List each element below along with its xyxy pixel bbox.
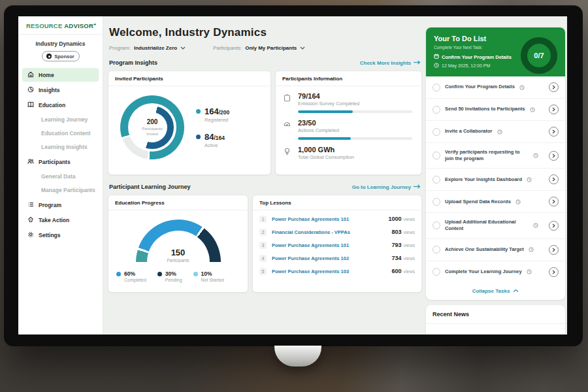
sidebar-item-manage-participants[interactable]: Manage Participants [22,184,99,197]
invited-donut-chart: 200 Participants Invited [120,95,184,159]
task-checkbox[interactable] [433,198,440,206]
chevron-right-button[interactable] [549,127,559,137]
sidebar-item-learning-journey[interactable]: Learning Journey [22,113,99,126]
clock-icon [515,199,521,204]
collapse-tasks-link[interactable]: Collapse Tasks [426,283,565,300]
dashboard-screen: RESOURCE ADVISOR+ Industry Dynamics Spon… [18,16,567,335]
task-checkbox[interactable] [433,106,440,114]
legend-item-pending: 30% Pending [157,270,182,282]
task-item[interactable]: Invite a Collaborator [426,121,565,143]
page-title: Welcome, Industry Dynamics [109,26,422,39]
sidebar-item-insights[interactable]: Insights [22,83,99,97]
task-checkbox[interactable] [433,268,440,276]
chevron-right-button[interactable] [549,151,559,161]
donut-center-value: 200 [147,118,158,125]
task-checkbox[interactable] [433,84,440,91]
task-checkbox[interactable] [433,246,440,253]
clock-icon [519,85,525,90]
right-column: Your To Do List Complete Your Next Task:… [426,27,565,335]
sidebar-item-participants[interactable]: Participants [22,155,99,169]
chevron-right-button[interactable] [549,82,559,92]
task-item[interactable]: Confirm Your Program Details [426,76,565,99]
main-content: Welcome, Industry Dynamics Program: Indu… [103,16,425,335]
stat-global-consumption: 1,000 GWh Total Global Consumption [276,146,421,160]
filters-row: Program: Industrialize Zero Participants… [109,45,422,51]
top-lessons-card: Top Lessons 1 Power Purchase Agreements … [252,195,422,293]
clock-icon [527,177,532,182]
people-icon [27,158,34,166]
not-started-dot-icon [193,272,198,276]
gauge-legend: 60% Completed 30% Pending 10% Not Starte… [108,270,248,282]
check-more-insights-link[interactable]: Check More Insights [360,60,421,66]
chevron-up-icon [513,288,519,294]
sidebar-item-program[interactable]: Program [22,198,99,212]
completed-dot-icon [116,272,121,276]
program-filter[interactable]: Program: Industrialize Zero [109,45,186,51]
invited-participants-card: Invited Participants 200 Participants In… [108,71,271,175]
todo-counter-badge: 0/7 [521,37,557,74]
app-logo: RESOURCE ADVISOR+ [18,16,103,35]
recent-news-card: Recent News [426,305,565,335]
lesson-link[interactable]: Power Purchase Agreements 102 [272,255,386,261]
home-icon [27,71,34,79]
sidebar-item-home[interactable]: Home [22,68,99,82]
sidebar-item-take-action[interactable]: Take Action [22,213,99,227]
calendar-icon [434,54,439,60]
chevron-down-icon [300,45,305,51]
sidebar-item-education[interactable]: Education [22,98,99,112]
go-to-learning-journey-link[interactable]: Go to Learning Journey [352,184,421,190]
journey-cards-row: Education Progress 150 Participants 60% … [108,195,422,293]
chevron-right-button[interactable] [549,245,559,255]
learning-journey-header: Participant Learning Journey Go to Learn… [109,184,421,190]
sidebar-item-education-content[interactable]: Education Content [22,127,99,140]
todo-header: Your To Do List Complete Your Next Task:… [426,27,565,76]
lesson-row: 1 Power Purchase Agreements 101 1000view… [253,212,421,225]
book-icon [27,101,34,109]
actions-icon [284,119,292,140]
donut-center-label: Participants Invited [141,127,163,137]
education-progress-card: Education Progress 150 Participants 60% … [108,195,248,293]
active-dot-icon [196,135,201,139]
sidebar-item-learning-insights[interactable]: Learning Insights [22,140,99,154]
lesson-link[interactable]: Financial Considerations - VPPAs [272,229,386,235]
clock-icon [434,63,439,69]
gauge-center-value: 150 [136,248,221,257]
clock-icon [527,269,532,274]
participants-information-card: Participants Information 79/164 Emission… [275,71,422,175]
task-item[interactable]: Send 50 Invitations to Participants [426,99,565,121]
sponsor-badge: Sponsor [42,51,80,61]
task-checkbox[interactable] [433,176,440,184]
chevron-right-button[interactable] [549,105,559,114]
org-name: Industry Dynamics [18,41,103,47]
chevron-right-button[interactable] [549,267,559,277]
task-item[interactable]: Achieve One Sustainability Target [426,239,565,261]
task-checkbox[interactable] [433,152,440,159]
registered-dot-icon [196,109,201,114]
todo-card: Your To Do List Complete Your Next Task:… [426,27,565,300]
chevron-right-button[interactable] [549,197,559,206]
clock-icon [530,107,535,112]
participants-filter[interactable]: Participants: Only My Participants [213,45,305,51]
lesson-link[interactable]: Power Purchase Agreements 101 [272,216,383,222]
legend-item-active: 84/164 Active [196,132,229,148]
insights-icon [27,86,34,94]
arrow-right-icon [414,184,421,190]
lesson-row: 5 Power Purchase Agreements 103 600views [253,265,421,278]
lesson-link[interactable]: Power Purchase Agreements 101 [272,242,386,248]
stat-emission-survey: 79/164 Emission Survey Completed [276,92,421,113]
sidebar-item-settings[interactable]: Settings [22,228,99,242]
sidebar-item-general-data[interactable]: General Data [22,170,99,183]
legend-item-not-started: 10% Not Started [193,270,224,282]
task-item[interactable]: Upload Additional Educational Content [426,213,565,238]
task-checkbox[interactable] [433,221,440,229]
task-item[interactable]: Verify participants requesting to join t… [426,143,565,169]
task-item[interactable]: Explore Your Insights Dashboard [426,169,565,191]
chevron-right-button[interactable] [549,174,559,184]
insights-cards-row: Invited Participants 200 Participants In… [108,71,422,175]
bulb-icon [284,146,292,160]
lesson-link[interactable]: Power Purchase Agreements 103 [272,269,386,274]
task-checkbox[interactable] [433,128,440,136]
chevron-right-button[interactable] [549,221,559,231]
task-item[interactable]: Upload Spend Data Records [426,191,565,213]
task-item[interactable]: Complete Your Learning Journey [426,261,565,283]
